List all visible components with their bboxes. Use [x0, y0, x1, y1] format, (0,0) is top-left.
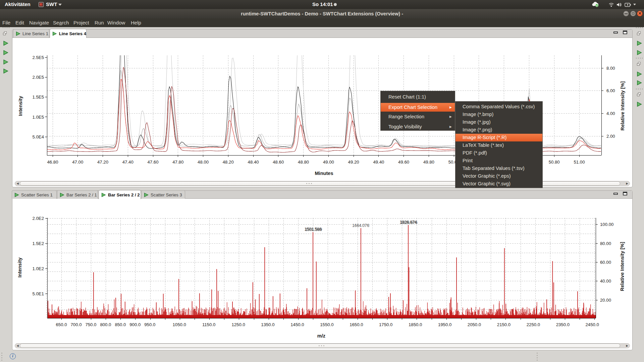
- svg-text:47.20: 47.20: [97, 160, 108, 165]
- svg-text:5.0E4: 5.0E4: [33, 134, 44, 139]
- svg-text:Relative Intensity [%]: Relative Intensity [%]: [620, 81, 625, 130]
- svg-text:1150.0: 1150.0: [202, 322, 215, 327]
- svg-text:2.00: 2.00: [606, 134, 615, 139]
- svg-text:1950.0: 1950.0: [438, 322, 451, 327]
- svg-text:700.0: 700.0: [70, 322, 82, 327]
- svg-text:46.80: 46.80: [47, 160, 58, 165]
- svg-text:1250.0: 1250.0: [231, 322, 245, 327]
- svg-text:2350.0: 2350.0: [556, 322, 570, 327]
- svg-text:6.00: 6.00: [606, 88, 615, 93]
- svg-text:2.0E5: 2.0E5: [33, 75, 44, 80]
- svg-text:800.0: 800.0: [100, 322, 111, 327]
- svg-text:51.00: 51.00: [574, 160, 585, 165]
- svg-text:1650.0: 1650.0: [350, 322, 363, 327]
- svg-text:1.5E5: 1.5E5: [33, 95, 44, 100]
- svg-text:1050.0: 1050.0: [173, 322, 186, 327]
- svg-text:850.0: 850.0: [115, 322, 126, 327]
- svg-text:49.60: 49.60: [398, 160, 409, 165]
- svg-text:100.00: 100.00: [600, 222, 613, 227]
- svg-text:49.80: 49.80: [423, 160, 434, 165]
- svg-text:1664.076: 1664.076: [352, 223, 369, 228]
- svg-text:47.00: 47.00: [72, 160, 83, 165]
- svg-text:1.0E5: 1.0E5: [33, 115, 44, 120]
- svg-text:48.40: 48.40: [248, 160, 259, 165]
- svg-text:49.40: 49.40: [373, 160, 384, 165]
- svg-text:1.0E2: 1.0E2: [33, 266, 44, 271]
- svg-text:48.80: 48.80: [298, 160, 309, 165]
- svg-text:1350.0: 1350.0: [261, 322, 274, 327]
- svg-text:49.00: 49.00: [323, 160, 334, 165]
- svg-text:900.0: 900.0: [129, 322, 141, 327]
- svg-text:2.5E5: 2.5E5: [33, 55, 44, 60]
- svg-text:48.20: 48.20: [223, 160, 234, 165]
- svg-text:2450.0: 2450.0: [586, 322, 599, 327]
- svg-text:Relative Intensity [%]: Relative Intensity [%]: [620, 242, 625, 291]
- svg-text:47.60: 47.60: [147, 160, 158, 165]
- svg-text:2.0E2: 2.0E2: [33, 216, 44, 221]
- svg-text:48.60: 48.60: [273, 160, 284, 165]
- svg-text:750.0: 750.0: [85, 322, 96, 327]
- svg-text:1.5E2: 1.5E2: [33, 241, 44, 246]
- svg-text:1826.676: 1826.676: [400, 220, 418, 225]
- svg-text:2050.0: 2050.0: [468, 322, 481, 327]
- svg-text:8.00: 8.00: [606, 66, 615, 71]
- svg-text:5.0E1: 5.0E1: [33, 291, 44, 296]
- svg-text:1501.569: 1501.569: [305, 227, 322, 232]
- svg-text:80.00: 80.00: [600, 241, 611, 246]
- svg-text:40.00: 40.00: [600, 279, 611, 284]
- svg-text:1850.0: 1850.0: [409, 322, 422, 327]
- svg-text:1750.0: 1750.0: [379, 322, 392, 327]
- svg-text:m/z: m/z: [317, 333, 325, 339]
- svg-text:47.40: 47.40: [122, 160, 133, 165]
- svg-text:47.80: 47.80: [172, 160, 183, 165]
- svg-text:2150.0: 2150.0: [497, 322, 511, 327]
- svg-text:950.0: 950.0: [144, 322, 155, 327]
- svg-text:20.00: 20.00: [600, 298, 611, 303]
- svg-text:1450.0: 1450.0: [290, 322, 304, 327]
- svg-text:1550.0: 1550.0: [320, 322, 333, 327]
- svg-text:650.0: 650.0: [56, 322, 67, 327]
- svg-text:50.80: 50.80: [549, 160, 560, 165]
- svg-text:49.20: 49.20: [348, 160, 359, 165]
- svg-text:60.00: 60.00: [600, 260, 611, 265]
- svg-text:4.00: 4.00: [606, 111, 615, 116]
- svg-text:2250.0: 2250.0: [527, 322, 540, 327]
- svg-text:Minutes: Minutes: [315, 171, 333, 176]
- svg-text:48.00: 48.00: [198, 160, 209, 165]
- svg-text:Intensity: Intensity: [18, 96, 23, 116]
- svg-text:Intensity: Intensity: [17, 257, 22, 278]
